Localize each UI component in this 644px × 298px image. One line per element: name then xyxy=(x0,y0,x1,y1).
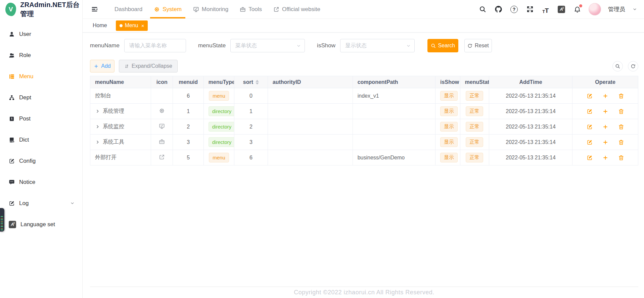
is-show-tag: 显示 xyxy=(440,153,458,162)
menu-type-cell: menu xyxy=(203,150,234,165)
edit-button[interactable] xyxy=(587,93,593,99)
add-child-button[interactable] xyxy=(602,139,608,145)
dept-tree-icon xyxy=(9,95,15,101)
add-child-button[interactable] xyxy=(602,155,608,161)
help-icon[interactable]: ? xyxy=(510,5,518,14)
sidebar-item-user[interactable]: User xyxy=(0,23,82,45)
is-show-cell: 显示 xyxy=(435,88,460,104)
browser-extension-handle[interactable] xyxy=(0,208,4,232)
sidebar-item-menu[interactable]: Menu xyxy=(0,66,82,87)
delete-button[interactable] xyxy=(618,108,624,114)
tab-menu[interactable]: Menu × xyxy=(116,20,148,31)
notification-dot xyxy=(579,4,582,7)
sidebar-item-post[interactable]: Post xyxy=(0,108,82,129)
tab-home[interactable]: Home xyxy=(93,20,107,31)
sidebar: V ZRAdmin.NET后台管理 User Role Menu Dept xyxy=(0,0,83,298)
search-button[interactable]: Search xyxy=(427,39,458,52)
menu-name-cell: 控制台 xyxy=(95,92,111,99)
app-logo-row[interactable]: V ZRAdmin.NET后台管理 xyxy=(0,0,82,19)
bell-icon[interactable] xyxy=(573,5,582,14)
nav-item-dashboard[interactable]: Dashboard xyxy=(109,0,148,18)
delete-button[interactable] xyxy=(618,155,624,161)
edit-button[interactable] xyxy=(587,155,593,161)
menu-state-tag: 正常 xyxy=(466,137,483,147)
add-child-button[interactable] xyxy=(602,93,608,99)
toggle-search-button[interactable] xyxy=(612,61,623,71)
menu-name-input[interactable] xyxy=(124,39,186,52)
chevron-down-icon xyxy=(296,43,301,48)
sidebar-item-notice[interactable]: Notice xyxy=(0,171,82,193)
sidebar-item-dept[interactable]: Dept xyxy=(0,87,82,108)
is-show-cell: 显示 xyxy=(435,150,460,165)
navbar-right-tools: ? TT A文 管理员 xyxy=(478,3,637,15)
menuid-cell: 3 xyxy=(173,135,203,150)
tags-view-bar: Home Menu × xyxy=(83,19,644,33)
edit-button[interactable] xyxy=(587,124,593,130)
copyright-text: Copyright ©2022 izhaorui.cn All Rights R… xyxy=(294,289,434,296)
edit-icon xyxy=(587,124,593,130)
edit-button[interactable] xyxy=(587,108,593,114)
menuid-cell: 1 xyxy=(173,104,203,119)
font-size-icon[interactable]: TT xyxy=(541,5,550,14)
monitor-icon xyxy=(193,6,199,12)
authority-id-cell xyxy=(268,135,353,150)
add-child-button[interactable] xyxy=(602,124,608,130)
menu-state-tag: 正常 xyxy=(466,122,483,132)
menu-name-label: menuName xyxy=(90,42,120,49)
is-show-label: isShow xyxy=(317,42,335,49)
nav-item-system[interactable]: System xyxy=(148,0,187,18)
reset-button[interactable]: Reset xyxy=(464,39,492,52)
sort-caret-icon[interactable] xyxy=(256,80,259,85)
chevron-down-icon xyxy=(70,201,75,206)
translate-icon[interactable]: A文 xyxy=(557,5,566,14)
component-path-cell xyxy=(353,135,435,150)
delete-button[interactable] xyxy=(618,124,624,130)
fullscreen-icon[interactable] xyxy=(525,5,534,14)
expand-row-icon[interactable] xyxy=(95,124,100,129)
search-icon[interactable] xyxy=(478,5,487,14)
trash-icon xyxy=(618,155,624,161)
menu-state-tag: 正常 xyxy=(466,91,483,101)
sidebar-item-role[interactable]: Role xyxy=(0,45,82,66)
col-sort[interactable]: sort xyxy=(234,76,268,88)
expand-row-icon[interactable] xyxy=(95,109,100,114)
refresh-icon xyxy=(467,43,472,48)
sidebar-item-config[interactable]: Config xyxy=(0,150,82,171)
operate-cell xyxy=(572,135,638,150)
menu-fold-icon[interactable] xyxy=(89,4,99,14)
sort-cell: 0 xyxy=(234,88,268,104)
add-child-button[interactable] xyxy=(602,108,608,114)
nav-item-tools[interactable]: Tools xyxy=(234,0,268,18)
chevron-down-icon xyxy=(406,43,411,48)
refresh-button[interactable] xyxy=(628,61,638,71)
is-show-select[interactable]: 显示状态 xyxy=(340,39,415,52)
operate-cell xyxy=(572,88,638,104)
col-operate: Operate xyxy=(572,76,638,88)
edit-button[interactable] xyxy=(587,139,593,145)
sidebar-item-language-set[interactable]: A文 Language set xyxy=(0,214,82,235)
delete-button[interactable] xyxy=(618,93,624,99)
menu-type-cell: menu xyxy=(203,88,234,104)
menu-state-tag: 正常 xyxy=(466,106,483,116)
menu-type-tag: directory xyxy=(209,122,234,132)
expand-row-icon[interactable] xyxy=(95,140,100,145)
sidebar-item-dict[interactable]: Dict xyxy=(0,129,82,150)
user-name[interactable]: 管理员 xyxy=(608,5,625,13)
sidebar-item-log[interactable]: Log xyxy=(0,193,82,214)
component-path-cell: business/GenDemo xyxy=(353,150,435,165)
table-row: 控制台 6 menu 0 index_v1 显示 正常 2022-05-13 2… xyxy=(90,88,638,104)
close-icon[interactable]: × xyxy=(141,23,144,28)
chevron-down-icon[interactable] xyxy=(632,7,637,12)
expand-collapse-button[interactable]: Expand/Collapse xyxy=(119,60,178,72)
add-button[interactable]: Add xyxy=(90,60,114,72)
github-icon[interactable] xyxy=(494,5,503,14)
avatar[interactable] xyxy=(589,3,601,15)
nav-item-official-website[interactable]: Official website xyxy=(268,0,326,18)
nav-item-monitoring[interactable]: Monitoring xyxy=(187,0,234,18)
menuid-cell: 5 xyxy=(173,150,203,165)
edit-icon xyxy=(587,108,593,114)
menu-state-select[interactable]: 菜单状态 xyxy=(230,39,305,52)
delete-button[interactable] xyxy=(618,139,624,145)
app-title: ZRAdmin.NET后台管理 xyxy=(20,0,82,18)
trash-icon xyxy=(618,108,624,114)
